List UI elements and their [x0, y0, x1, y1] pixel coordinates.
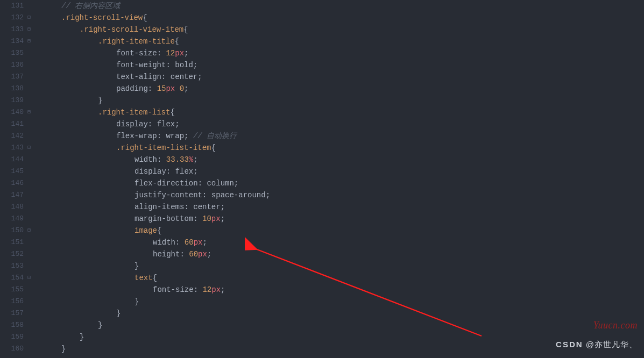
- code-line[interactable]: justify-content: space-around;: [43, 189, 644, 201]
- csdn-logo-text: CSDN: [556, 340, 583, 349]
- code-line[interactable]: image{: [43, 225, 644, 237]
- gutter-line[interactable]: 155: [0, 284, 36, 296]
- gutter-line[interactable]: 150⊟: [0, 225, 36, 237]
- code-line[interactable]: .right-item-title{: [43, 35, 644, 47]
- code-line[interactable]: margin-bottom: 10px;: [43, 213, 644, 225]
- code-line[interactable]: }: [43, 307, 644, 319]
- gutter-line[interactable]: 142: [0, 130, 36, 142]
- code-line[interactable]: }: [43, 319, 644, 331]
- gutter-line[interactable]: 160: [0, 343, 36, 355]
- gutter-line[interactable]: 153: [0, 260, 36, 272]
- gutter-line[interactable]: 149: [0, 213, 36, 225]
- code-line[interactable]: text-align: center;: [43, 71, 644, 83]
- gutter-line[interactable]: 154⊟: [0, 272, 36, 284]
- code-line[interactable]: height: 60px;: [43, 248, 644, 260]
- code-line[interactable]: font-weight: bold;: [43, 59, 644, 71]
- code-line[interactable]: }: [43, 331, 644, 343]
- gutter-line[interactable]: 135: [0, 47, 36, 59]
- code-line[interactable]: flex-direction: column;: [43, 177, 644, 189]
- code-line[interactable]: }: [43, 260, 644, 272]
- gutter-line[interactable]: 152: [0, 248, 36, 260]
- code-line[interactable]: text{: [43, 272, 644, 284]
- code-line[interactable]: display: flex;: [43, 166, 644, 177]
- gutter-line[interactable]: 141: [0, 118, 36, 130]
- watermark-yuucn: Yuucn.com: [593, 319, 638, 331]
- code-line[interactable]: // 右侧内容区域: [43, 0, 644, 12]
- gutter-line[interactable]: 145: [0, 166, 36, 177]
- code-line[interactable]: .right-item-list{: [43, 106, 644, 118]
- gutter-line[interactable]: 157: [0, 307, 36, 319]
- code-line[interactable]: }: [43, 95, 644, 106]
- gutter-line[interactable]: 137: [0, 71, 36, 83]
- code-line[interactable]: flex-wrap: wrap; // 自动换行: [43, 130, 644, 142]
- gutter-line[interactable]: 156: [0, 296, 36, 307]
- watermark-csdn: CSDN @亦世凡华、: [556, 339, 638, 350]
- gutter-line[interactable]: 136: [0, 59, 36, 71]
- line-gutter[interactable]: 131132⊟133⊟134⊟135136137138139140⊟141142…: [0, 0, 36, 358]
- gutter-line[interactable]: 134⊟: [0, 35, 36, 47]
- gutter-line[interactable]: 138: [0, 83, 36, 95]
- code-line[interactable]: width: 33.33%;: [43, 154, 644, 166]
- code-editor[interactable]: 131132⊟133⊟134⊟135136137138139140⊟141142…: [0, 0, 644, 358]
- gutter-line[interactable]: 133⊟: [0, 24, 36, 35]
- gutter-line[interactable]: 146: [0, 177, 36, 189]
- code-line[interactable]: font-size: 12px;: [43, 47, 644, 59]
- gutter-line[interactable]: 147: [0, 189, 36, 201]
- gutter-line[interactable]: 148: [0, 201, 36, 213]
- gutter-line[interactable]: 144: [0, 154, 36, 166]
- code-line[interactable]: .right-item-list-item{: [43, 142, 644, 154]
- code-line[interactable]: .right-scroll-view-item{: [43, 24, 644, 35]
- code-line[interactable]: font-size: 12px;: [43, 284, 644, 296]
- gutter-line[interactable]: 159: [0, 331, 36, 343]
- gutter-line[interactable]: 131: [0, 0, 36, 12]
- code-line[interactable]: display: flex;: [43, 118, 644, 130]
- code-line[interactable]: }: [43, 296, 644, 307]
- gutter-line[interactable]: 140⊟: [0, 106, 36, 118]
- gutter-line[interactable]: 143⊟: [0, 142, 36, 154]
- code-line[interactable]: }: [43, 343, 644, 355]
- gutter-line[interactable]: 158: [0, 319, 36, 331]
- code-line[interactable]: .right-scroll-view{: [43, 12, 644, 24]
- code-area[interactable]: // 右侧内容区域.right-scroll-view{.right-scrol…: [36, 0, 644, 358]
- code-line[interactable]: width: 60px;: [43, 237, 644, 248]
- gutter-line[interactable]: 139: [0, 95, 36, 106]
- gutter-line[interactable]: 132⊟: [0, 12, 36, 24]
- code-line[interactable]: align-items: center;: [43, 201, 644, 213]
- gutter-line[interactable]: 151: [0, 237, 36, 248]
- code-line[interactable]: padding: 15px 0;: [43, 83, 644, 95]
- csdn-author: @亦世凡华、: [583, 340, 638, 349]
